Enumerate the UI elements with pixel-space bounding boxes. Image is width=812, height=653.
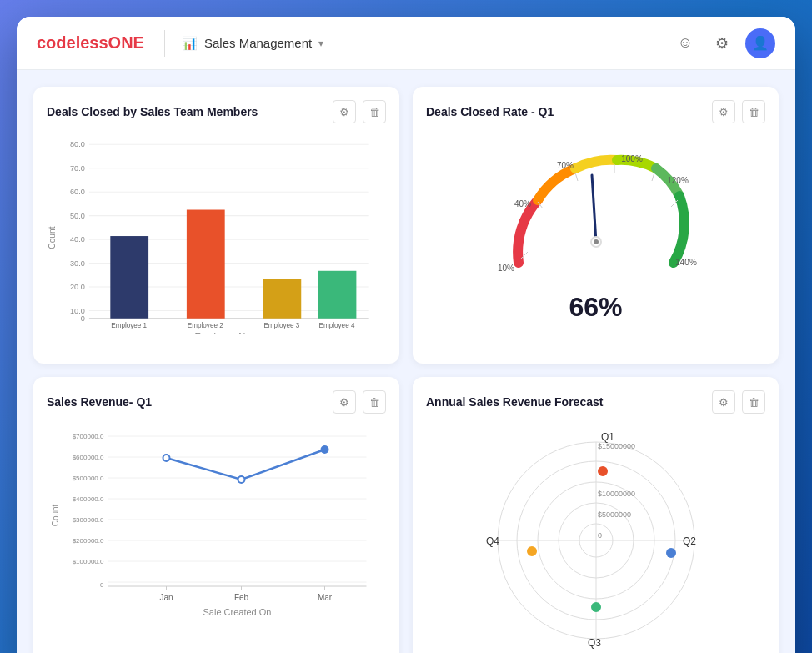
svg-text:Q2: Q2 [683,535,696,547]
bar-chart-svg: 80.0 70.0 60.0 50.0 40.0 30.0 20.0 10.0 … [47,133,386,334]
polar-dot-q1 [598,466,608,476]
bar-chart-title: Deals Closed by Sales Team Members [47,105,258,118]
svg-text:$15000000: $15000000 [598,442,635,450]
line-chart-settings-btn[interactable]: ⚙ [333,390,356,414]
logo: codelessONE [37,33,144,53]
svg-text:60.0: 60.0 [70,188,85,196]
polar-title: Annual Sales Revenue Forecast [426,395,603,409]
svg-text:Employee 1: Employee 1 [111,322,147,329]
svg-line-36 [592,175,596,242]
svg-text:$400000.0: $400000.0 [73,495,104,503]
nav-chevron[interactable]: ▾ [318,38,323,49]
nav-icon: 📊 [182,36,198,51]
polar-delete-btn[interactable]: 🗑 [742,390,765,414]
user-avatar[interactable]: 👤 [745,28,775,58]
svg-text:Count: Count [51,504,60,526]
line-chart-point-jan [163,455,170,461]
svg-text:$300000.0: $300000.0 [73,516,104,524]
svg-text:40%: 40% [514,199,530,208]
svg-text:Employee 4: Employee 4 [319,322,355,329]
svg-text:Q1: Q1 [601,431,614,443]
svg-text:$600000.0: $600000.0 [73,454,104,461]
svg-text:10%: 10% [497,264,514,273]
header-actions: ☺ ⚙ 👤 [672,28,775,58]
line-chart-actions: ⚙ 🗑 [333,390,386,414]
header-divider [164,30,165,57]
header: codelessONE 📊 Sales Management ▾ ☺ ⚙ 👤 [17,17,795,70]
line-chart-content: $700000.0 $600000.0 $500000.0 $400000.0 … [47,424,386,640]
gauge-svg: 10% 40% 70% 100% 120% 140% [479,133,713,300]
svg-text:Feb: Feb [234,593,249,602]
svg-text:Employee Name: Employee Name [194,331,263,334]
bar-employee2 [187,210,225,319]
gauge-settings-btn[interactable]: ⚙ [712,100,735,123]
svg-text:Count: Count [48,226,57,249]
app-container: codelessONE 📊 Sales Management ▾ ☺ ⚙ 👤 D… [17,17,795,653]
svg-text:Q3: Q3 [588,637,601,649]
bar-chart-card: Deals Closed by Sales Team Members ⚙ 🗑 [33,87,399,364]
bar-employee3 [263,279,301,319]
svg-text:0: 0 [598,531,602,540]
gauge-delete-btn[interactable]: 🗑 [742,100,765,123]
svg-text:20.0: 20.0 [70,283,85,291]
svg-text:Mar: Mar [318,593,333,602]
gauge-actions: ⚙ 🗑 [712,100,765,123]
svg-text:140%: 140% [675,258,697,267]
line-chart-point-mar [322,446,328,453]
polar-settings-btn[interactable]: ⚙ [712,390,735,414]
svg-text:Sale Created On: Sale Created On [203,607,272,617]
polar-dot-q4 [527,546,537,556]
nav-title-text: Sales Management [204,36,312,50]
polar-header: Annual Sales Revenue Forecast ⚙ 🗑 [426,390,765,414]
line-chart-line [167,450,325,480]
dashboard: Deals Closed by Sales Team Members ⚙ 🗑 [17,70,795,653]
bar-chart-header: Deals Closed by Sales Team Members ⚙ 🗑 [47,100,386,123]
bar-chart-delete-btn[interactable]: 🗑 [363,100,386,123]
svg-text:$200000.0: $200000.0 [73,537,104,545]
bar-chart-settings-btn[interactable]: ⚙ [333,100,356,123]
svg-line-32 [575,173,578,181]
polar-card: Annual Sales Revenue Forecast ⚙ 🗑 [413,377,779,653]
svg-text:80.0: 80.0 [70,140,85,148]
svg-point-38 [594,239,599,244]
settings-icon[interactable]: ⚙ [709,30,735,57]
nav-title-area: 📊 Sales Management ▾ [182,36,323,51]
svg-text:120%: 120% [667,176,689,185]
svg-text:70.0: 70.0 [70,164,85,173]
svg-text:$500000.0: $500000.0 [73,475,104,482]
line-chart-card: Sales Revenue- Q1 ⚙ 🗑 [33,377,399,653]
svg-text:$700000.0: $700000.0 [73,433,104,440]
polar-content: 0 $5000000 $10000000 $15000000 Q1 Q2 Q3 … [426,424,765,653]
svg-text:100%: 100% [621,154,643,163]
svg-text:70%: 70% [556,161,573,170]
polar-svg: 0 $5000000 $10000000 $15000000 Q1 Q2 Q3 … [471,428,721,653]
svg-text:30.0: 30.0 [70,259,85,268]
line-chart-svg: $700000.0 $600000.0 $500000.0 $400000.0 … [47,424,386,624]
line-chart-point-feb [238,476,245,483]
svg-line-34 [652,173,654,181]
gauge-header: Deals Closed Rate - Q1 ⚙ 🗑 [426,100,765,123]
svg-text:40.0: 40.0 [70,235,85,244]
line-chart-delete-btn[interactable]: 🗑 [363,390,386,414]
gauge-content: 10% 40% 70% 100% 120% 140% [426,133,765,350]
logo-accent: ONE [108,33,144,52]
gauge-card: Deals Closed Rate - Q1 ⚙ 🗑 [413,87,779,364]
svg-text:0: 0 [100,581,104,589]
bar-chart-content: 80.0 70.0 60.0 50.0 40.0 30.0 20.0 10.0 … [47,133,386,350]
line-chart-header: Sales Revenue- Q1 ⚙ 🗑 [47,390,386,414]
bar-chart-actions: ⚙ 🗑 [333,100,386,123]
svg-text:$5000000: $5000000 [598,510,631,519]
svg-text:0: 0 [81,314,85,323]
svg-text:Employee 3: Employee 3 [263,322,299,329]
polar-dot-q3 [591,602,601,612]
gauge-value: 66% [569,292,622,323]
polar-dot-q2 [666,548,676,558]
smiley-icon[interactable]: ☺ [672,30,699,57]
svg-text:Jan: Jan [159,593,173,602]
svg-text:50.0: 50.0 [70,212,85,220]
logo-text: codeless [37,33,108,52]
svg-text:Q4: Q4 [486,535,499,547]
line-chart-title: Sales Revenue- Q1 [47,395,152,409]
svg-text:Employee 2: Employee 2 [188,322,223,329]
polar-actions: ⚙ 🗑 [712,390,765,414]
